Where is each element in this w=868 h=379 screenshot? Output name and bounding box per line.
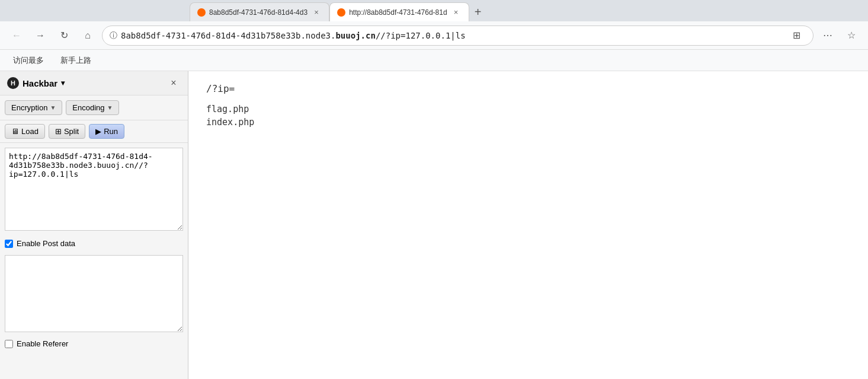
page-file-1: flag.php <box>206 104 850 114</box>
encoding-dropdown[interactable]: Encoding ▼ <box>66 100 119 115</box>
page-content: /?ip= flag.php index.php <box>188 71 868 379</box>
tab-2-title: http://8ab8d5df-4731-476d-81d <box>349 8 447 17</box>
hackbar-actions: 🖥 Load ⊞ Split ▶ Run <box>0 120 188 143</box>
bookmark-most-visited[interactable]: 访问最多 <box>9 53 47 68</box>
new-tab-button[interactable]: + <box>469 2 487 21</box>
encryption-dropdown[interactable]: Encryption ▼ <box>5 100 62 115</box>
hackbar-panel: H Hackbar ▾ × Encryption ▼ Encoding ▼ <box>0 71 188 379</box>
load-button[interactable]: 🖥 Load <box>5 124 45 139</box>
hackbar-header: H Hackbar ▾ × <box>0 71 188 95</box>
encryption-label: Encryption <box>11 103 47 112</box>
encoding-arrow-icon: ▼ <box>107 104 113 111</box>
more-button[interactable]: ⋯ <box>818 26 837 45</box>
run-button[interactable]: ▶ Run <box>89 124 124 139</box>
encoding-label: Encoding <box>72 103 104 112</box>
enable-referer-label: Enable Referer <box>17 339 68 348</box>
load-icon: 🖥 <box>11 127 19 136</box>
hackbar-chevron-icon: ▾ <box>61 79 65 87</box>
load-label: Load <box>21 127 39 136</box>
home-button[interactable]: ⌂ <box>78 26 97 45</box>
enable-post-checkbox[interactable] <box>5 240 13 248</box>
address-text[interactable]: 8ab8d5df-4731-476d-81d4-4d31b758e33b.nod… <box>121 31 783 40</box>
tab-1-favicon <box>197 8 206 17</box>
tab-2-close[interactable]: × <box>451 7 462 18</box>
url-textarea[interactable]: http://8ab8d5df-4731-476d-81d4-4d31b758e… <box>5 148 183 231</box>
run-icon: ▶ <box>95 127 101 136</box>
bookmarks-bar: 访问最多 新手上路 <box>0 50 868 71</box>
hackbar-close-button[interactable]: × <box>166 76 181 90</box>
forward-button[interactable]: → <box>31 26 50 45</box>
qr-button[interactable]: ⊞ <box>787 26 806 45</box>
split-label: Split <box>64 127 79 136</box>
tab-2-favicon <box>337 8 345 17</box>
address-domain: buuoj.cn <box>335 31 375 40</box>
tab-2[interactable]: http://8ab8d5df-4731-476d-81d × <box>329 2 469 21</box>
hackbar-logo: H <box>7 77 19 89</box>
encryption-arrow-icon: ▼ <box>50 104 56 111</box>
main-area: H Hackbar ▾ × Encryption ▼ Encoding ▼ <box>0 71 868 379</box>
address-bar: ← → ↻ ⌂ ⓘ 8ab8d5df-4731-476d-81d4-4d31b7… <box>0 21 868 50</box>
hackbar-toolbar: Encryption ▼ Encoding ▼ <box>0 95 188 120</box>
post-textarea[interactable] <box>5 255 183 332</box>
page-file-2: index.php <box>206 117 850 128</box>
lock-icon: ⓘ <box>110 30 117 41</box>
tab-1[interactable]: 8ab8d5df-4731-476d-81d4-4d3 × <box>190 2 329 21</box>
enable-referer-row: Enable Referer <box>0 336 188 352</box>
enable-post-label: Enable Post data <box>17 239 75 248</box>
address-path: //?ip=127.0.0.1|ls <box>376 31 466 40</box>
split-icon: ⊞ <box>55 127 62 136</box>
bookmark-beginner-guide[interactable]: 新手上路 <box>57 53 95 68</box>
back-button[interactable]: ← <box>7 26 26 45</box>
address-protocol: 8ab8d5df-4731-476d-81d4-4d31b758e33b.nod… <box>121 31 335 40</box>
split-button[interactable]: ⊞ Split <box>49 124 85 139</box>
refresh-button[interactable]: ↻ <box>55 26 73 45</box>
bookmark-star-button[interactable]: ☆ <box>842 26 861 45</box>
hackbar-title-row: H Hackbar ▾ <box>7 77 65 89</box>
run-label: Run <box>104 127 118 136</box>
tab-1-close[interactable]: × <box>311 7 322 18</box>
hackbar-title-text: Hackbar <box>23 78 57 88</box>
address-input-wrap: ⓘ 8ab8d5df-4731-476d-81d4-4d31b758e33b.n… <box>102 26 813 46</box>
page-header: /?ip= <box>206 83 850 94</box>
enable-referer-checkbox[interactable] <box>5 340 13 348</box>
bookmark-most-visited-label: 访问最多 <box>13 55 44 66</box>
bookmark-beginner-guide-label: 新手上路 <box>60 55 91 66</box>
enable-post-row: Enable Post data <box>0 235 188 251</box>
tab-bar: 8ab8d5df-4731-476d-81d4-4d3 × http://8ab… <box>0 0 868 21</box>
tab-1-title: 8ab8d5df-4731-476d-81d4-4d3 <box>209 8 308 17</box>
